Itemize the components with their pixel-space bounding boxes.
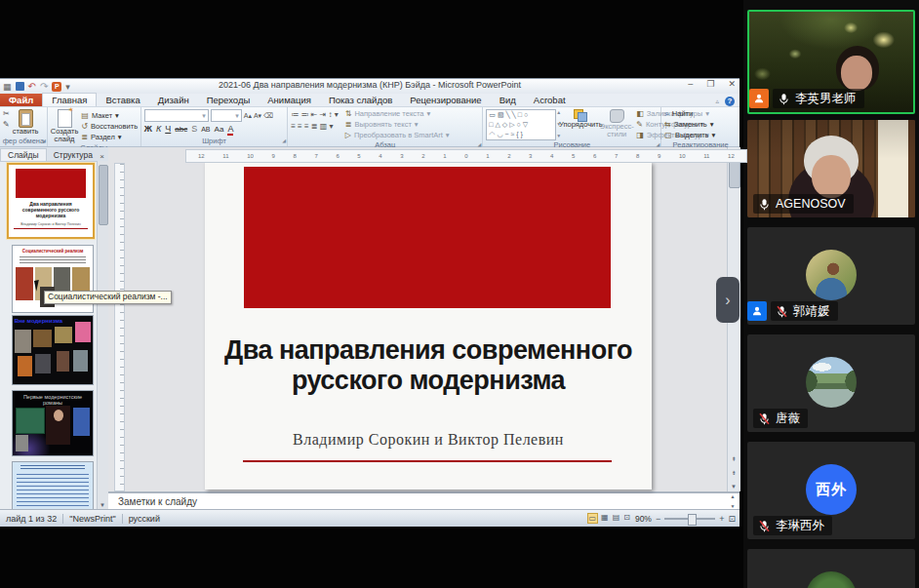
fit-to-window-button[interactable]: ⊡	[728, 514, 736, 524]
participant-tile[interactable]: AGENOSOV	[747, 120, 915, 217]
pane-scrollbar[interactable]: ▼	[97, 161, 108, 509]
tab-view[interactable]: Вид	[491, 94, 525, 106]
font-size-combo[interactable]: ▾	[211, 109, 242, 122]
participant-name-pill: 李英男老师	[773, 89, 864, 108]
quick-styles-button[interactable]: Экспресс-стили	[600, 109, 633, 138]
zoom-slider-thumb[interactable]	[688, 514, 697, 526]
paste-button[interactable]: ставить	[13, 109, 39, 136]
slide-red-rectangle[interactable]	[244, 167, 611, 308]
participant-tile[interactable]: 唐薇	[747, 334, 915, 432]
participant-tile[interactable]: 李英男老师	[747, 10, 915, 114]
tab-design[interactable]: Дизайн	[149, 94, 198, 106]
slide-thumbnail-3[interactable]: Вне модернизма	[12, 315, 94, 385]
next-slide-icon[interactable]: ⇟	[728, 469, 739, 476]
grow-shrink-font-buttons[interactable]: А▴ А▾	[244, 112, 261, 120]
participant-tile[interactable]: 郭靖媛	[747, 227, 915, 325]
format-painter-icon[interactable]: ✎	[3, 120, 10, 129]
ribbon-collapse-icon[interactable]: ▵	[715, 98, 719, 105]
participant-tile[interactable]: 西外 李琳西外	[747, 442, 915, 539]
zoom-slider[interactable]	[664, 518, 715, 520]
zoom-in-button[interactable]: +	[719, 514, 724, 524]
underline-button[interactable]: Ч	[165, 124, 171, 134]
vertical-ruler	[114, 163, 125, 491]
participant-name: 唐薇	[776, 411, 800, 427]
tab-transitions[interactable]: Переходы	[198, 94, 260, 106]
close-button[interactable]: ✕	[728, 79, 736, 89]
tab-review[interactable]: Рецензирование	[401, 94, 490, 106]
mic-icon	[758, 412, 771, 425]
participant-role-badge	[747, 301, 767, 321]
strikethrough-button[interactable]: abc	[175, 125, 187, 134]
pane-scroll-down-icon[interactable]: ▼	[98, 502, 107, 508]
tab-slides-thumbnails[interactable]: Слайды	[0, 148, 47, 161]
editor-scrollbar-thumb[interactable]	[729, 161, 740, 188]
current-slide[interactable]: Два направления современного русского мо…	[205, 162, 652, 490]
shapes-gallery[interactable]: ▭ ▧ ╲ ╲ □ ○ □ △ ◇ ▷ ○ ▽ ◠ ◡ ~ ≈ { }	[486, 109, 556, 140]
zoom-out-button[interactable]: −	[656, 514, 660, 524]
arrange-button[interactable]: Упорядочить	[564, 109, 597, 129]
replace-button[interactable]: ⇆Заменить▾	[664, 120, 713, 130]
person-icon	[751, 305, 763, 317]
normal-view-icon[interactable]: ▭	[587, 513, 599, 524]
cut-icon[interactable]: ✂	[3, 109, 10, 118]
theme-name[interactable]: "NewsPrint"	[63, 514, 121, 524]
dialog-launcher-icon[interactable]: ◢	[282, 137, 286, 143]
sidebar-collapse-button[interactable]: ›	[716, 277, 739, 323]
help-icon[interactable]: ?	[725, 97, 735, 106]
language-indicator[interactable]: русский	[123, 514, 166, 524]
tab-file[interactable]: Файл	[0, 94, 42, 106]
participant-role-badge	[749, 89, 769, 108]
tab-slideshow[interactable]: Показ слайдов	[320, 94, 401, 106]
smartart-button[interactable]: ▷Преобразовать в SmartArt▾	[345, 131, 450, 140]
scroll-down-icon[interactable]: ▼	[728, 484, 739, 490]
restore-button[interactable]: ❐	[706, 79, 714, 89]
notes-area[interactable]: Заметки к слайду ▲ ▼	[108, 491, 739, 509]
minimize-button[interactable]: –	[688, 79, 693, 89]
horizontal-ruler: 1211109876543210123456789101112	[185, 149, 747, 163]
bold-button[interactable]: Ж	[144, 124, 152, 134]
pane-scrollbar-thumb[interactable]	[99, 165, 108, 225]
slide-sorter-view-icon[interactable]: ▦	[600, 513, 610, 524]
reading-view-icon[interactable]: ▤	[612, 513, 621, 524]
find-button[interactable]: ⌕Найти	[664, 109, 693, 119]
section-button[interactable]: ≣Раздел▾	[81, 133, 138, 142]
participant-avatar: 西外	[806, 464, 857, 515]
tab-animations[interactable]: Анимация	[259, 94, 320, 106]
change-case-button[interactable]: Аа	[215, 125, 224, 134]
dialog-launcher-icon[interactable]: ◢	[42, 137, 46, 143]
reset-button[interactable]: ↺Восстановить	[81, 122, 138, 132]
slide-title[interactable]: Два направления современного русского мо…	[215, 335, 642, 396]
tab-insert[interactable]: Вставка	[97, 94, 148, 106]
align-text-button[interactable]: ≣Выровнять текст▾	[345, 120, 450, 130]
tab-home[interactable]: Главная	[42, 93, 97, 106]
participant-tile[interactable]	[747, 549, 915, 588]
title-bar[interactable]: ▦ ↶ ↷ P ▾ 2021-06 Два направления модерн…	[0, 79, 739, 95]
text-direction-button[interactable]: ⇅Направление текста▾	[345, 109, 450, 119]
pane-close-icon[interactable]: ×	[100, 152, 104, 161]
font-color-button[interactable]: А	[227, 124, 233, 136]
list-indent-buttons[interactable]: ≔ ≕ ⇤ ⇥ ↕ ▾	[291, 110, 339, 119]
slides-pane-tabs: Слайды Структура ×	[0, 147, 108, 162]
slideshow-view-icon[interactable]: ⊡	[622, 513, 631, 524]
slide-subtitle[interactable]: Владимир Сорокин и Виктор Пелевин	[215, 431, 642, 449]
slide-thumbnail-4[interactable]: Первые модернистские романы	[12, 390, 94, 456]
italic-button[interactable]: К	[156, 124, 161, 134]
tab-acrobat[interactable]: Acrobat	[525, 94, 575, 106]
new-slide-button[interactable]: Создать слайд	[51, 109, 79, 143]
person-icon	[753, 93, 765, 104]
group-label-font: Шрифт◢	[141, 137, 287, 146]
alignment-buttons[interactable]: ≡ ≡ ≡ ≣ ▥ ▾	[291, 122, 339, 131]
previous-slide-icon[interactable]: ⇞	[728, 455, 739, 462]
notes-scroll-up-icon[interactable]: ▲	[727, 493, 739, 499]
clear-formatting-button[interactable]: ⌫	[263, 112, 273, 120]
shadow-button[interactable]: S	[191, 124, 197, 134]
font-name-combo[interactable]: ▾	[144, 109, 209, 122]
slide-thumbnail-1[interactable]: Два направления современного русского мо…	[7, 163, 95, 239]
tab-outline[interactable]: Структура	[47, 149, 100, 161]
notes-scrollbar[interactable]: ▲ ▼	[727, 493, 739, 509]
char-spacing-button[interactable]: АВ	[201, 126, 210, 133]
group-font: ▾ ▾ А▴ А▾ ⌫ Ж К Ч abc S АВ Аа А	[141, 107, 288, 146]
layout-button[interactable]: ▤Макет▾	[81, 111, 138, 121]
select-button[interactable]: ▢Выделить▾	[664, 131, 715, 140]
notes-placeholder: Заметки к слайду	[118, 496, 197, 507]
